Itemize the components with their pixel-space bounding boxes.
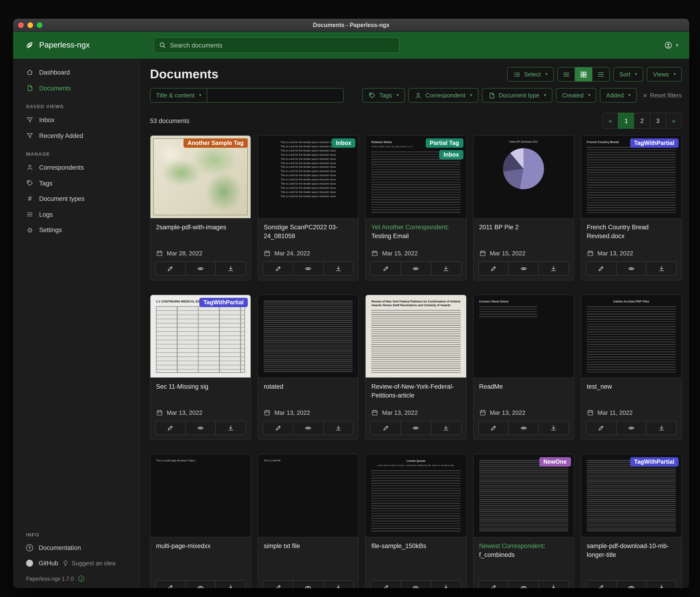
download-document-button[interactable] (323, 421, 353, 435)
tag-badge[interactable]: Another Sample Tag (183, 138, 248, 148)
edit-document-button[interactable] (478, 580, 508, 588)
document-thumbnail[interactable]: Review of New York Federal Petitions for… (366, 295, 466, 378)
document-title[interactable]: sample-pdf-download-10-mb-longer-title (587, 542, 676, 560)
document-title[interactable]: Sec 11-Missing sig (156, 383, 245, 391)
document-thumbnail[interactable]: French Country Bread TagWithPartial (581, 136, 681, 219)
views-button[interactable]: Views ▾ (647, 67, 682, 81)
suggest-idea-link[interactable]: Suggest an idea (62, 560, 116, 567)
edit-document-button[interactable] (478, 421, 508, 435)
reset-filters-link[interactable]: × Reset filters (643, 92, 682, 99)
document-title[interactable]: Review-of-New-York-Federal-Petitions-art… (371, 383, 460, 400)
user-menu[interactable]: ▾ (665, 42, 678, 49)
pagination-next-button[interactable]: » (666, 113, 682, 128)
document-thumbnail[interactable]: Patient BP Distribution 2011 (473, 136, 574, 219)
sidebar-item-recently-added[interactable]: Recently Added (13, 128, 139, 144)
edit-document-button[interactable] (155, 261, 185, 276)
download-document-button[interactable] (323, 580, 353, 588)
edit-document-button[interactable] (586, 421, 617, 435)
added-filter-button[interactable]: Added ▾ (600, 88, 636, 102)
edit-document-button[interactable] (155, 580, 185, 588)
edit-document-button[interactable] (478, 261, 508, 276)
tag-badge[interactable]: TagWithPartial (199, 298, 248, 307)
document-title[interactable]: ReadMe (479, 383, 568, 391)
document-thumbnail[interactable] (258, 295, 358, 378)
grid-view-button[interactable] (574, 67, 592, 81)
view-document-button[interactable] (293, 421, 323, 435)
sidebar-item-documents[interactable]: Documents (13, 80, 139, 96)
document-thumbnail[interactable]: Another Sample Tag (150, 136, 251, 219)
download-document-button[interactable] (216, 261, 246, 276)
download-document-button[interactable] (431, 261, 461, 276)
sidebar-item-correspondents[interactable]: Correspondents (13, 159, 139, 175)
sidebar-item-settings[interactable]: ⚙ Settings (13, 222, 139, 238)
view-document-button[interactable] (508, 261, 539, 276)
pagination-page-3[interactable]: 3 (650, 113, 666, 128)
download-document-button[interactable] (646, 421, 677, 435)
view-document-button[interactable] (616, 580, 646, 588)
document-title[interactable]: multi-page-mixedxx (156, 542, 245, 551)
search-input[interactable] (170, 42, 395, 49)
view-document-button[interactable] (616, 421, 646, 435)
document-title[interactable]: 2011 BP Pie 2 (479, 223, 568, 232)
edit-document-button[interactable] (263, 421, 293, 435)
view-document-button[interactable] (401, 421, 431, 435)
edit-document-button[interactable] (155, 421, 185, 435)
document-title[interactable]: simple txt file (264, 542, 353, 551)
list-view-button[interactable] (557, 67, 575, 81)
document-title[interactable]: French Country Bread Revised.docx (587, 223, 676, 241)
tag-badge[interactable]: TagWithPartial (630, 457, 679, 467)
document-title[interactable]: rotated (264, 383, 353, 391)
title-content-dropdown[interactable]: Title & content ▾ (150, 88, 207, 102)
sort-button[interactable]: Sort ▾ (613, 67, 643, 81)
sidebar-item-dashboard[interactable]: Dashboard (13, 64, 139, 80)
document-thumbnail[interactable]: NewOne (473, 454, 574, 538)
download-document-button[interactable] (646, 261, 677, 276)
download-document-button[interactable] (646, 580, 677, 588)
info-icon[interactable]: i (78, 576, 84, 582)
document-thumbnail[interactable]: Release Notes Simba ODBC Driver for SQL … (366, 136, 466, 219)
document-title[interactable]: Yet Another Correspondent: Testing Email (371, 223, 460, 241)
view-document-button[interactable] (508, 421, 539, 435)
select-button[interactable]: Select ▾ (507, 67, 553, 81)
edit-document-button[interactable] (263, 261, 293, 276)
edit-document-button[interactable] (586, 580, 617, 588)
document-title[interactable]: test_new (587, 383, 676, 391)
download-document-button[interactable] (539, 261, 569, 276)
document-title[interactable]: Newest Correspondent: f_combineds (479, 542, 568, 560)
sidebar-item-inbox[interactable]: Inbox (13, 112, 139, 128)
download-document-button[interactable] (323, 261, 353, 276)
document-thumbnail[interactable]: 1.1 CONTINUING MEDICAL EDUCATION TagWith… (150, 295, 251, 378)
window-zoom-button[interactable] (37, 22, 42, 28)
download-document-button[interactable] (539, 421, 569, 435)
edit-document-button[interactable] (586, 261, 617, 276)
tag-badge[interactable]: TagWithPartial (630, 138, 679, 148)
view-document-button[interactable] (185, 421, 216, 435)
document-thumbnail[interactable]: This is a test file. (258, 454, 358, 538)
document-title[interactable]: 2sample-pdf-with-images (156, 223, 245, 232)
document-correspondent[interactable]: Yet Another Correspondent (371, 224, 447, 231)
view-document-button[interactable] (293, 580, 323, 588)
tag-badge[interactable]: Inbox (332, 138, 356, 148)
view-document-button[interactable] (293, 261, 323, 276)
view-document-button[interactable] (401, 580, 431, 588)
download-document-button[interactable] (539, 580, 569, 588)
view-document-button[interactable] (185, 580, 216, 588)
download-document-button[interactable] (431, 421, 461, 435)
edit-document-button[interactable] (263, 580, 293, 588)
window-minimize-button[interactable] (27, 22, 33, 28)
document-type-filter-button[interactable]: Document type ▾ (482, 88, 552, 102)
document-title[interactable]: file-sample_150kBs (371, 542, 460, 551)
tag-badge[interactable]: Partial Tag (425, 138, 463, 148)
view-document-button[interactable] (185, 261, 216, 276)
created-filter-button[interactable]: Created ▾ (556, 88, 596, 102)
sidebar-item-github[interactable]: GitHub (13, 555, 62, 571)
tag-badge[interactable]: Inbox (440, 150, 464, 159)
tags-filter-button[interactable]: Tags ▾ (362, 88, 405, 102)
sidebar-item-tags[interactable]: Tags (13, 175, 139, 191)
document-thumbnail[interactable]: TagWithPartial (581, 454, 681, 538)
pagination-prev-button[interactable]: « (602, 113, 619, 128)
sidebar-item-document-types[interactable]: # Document types (13, 191, 139, 207)
edit-document-button[interactable] (371, 580, 401, 588)
document-correspondent[interactable]: Newest Correspondent (479, 543, 543, 549)
app-brand[interactable]: Paperless-ngx (24, 40, 154, 50)
